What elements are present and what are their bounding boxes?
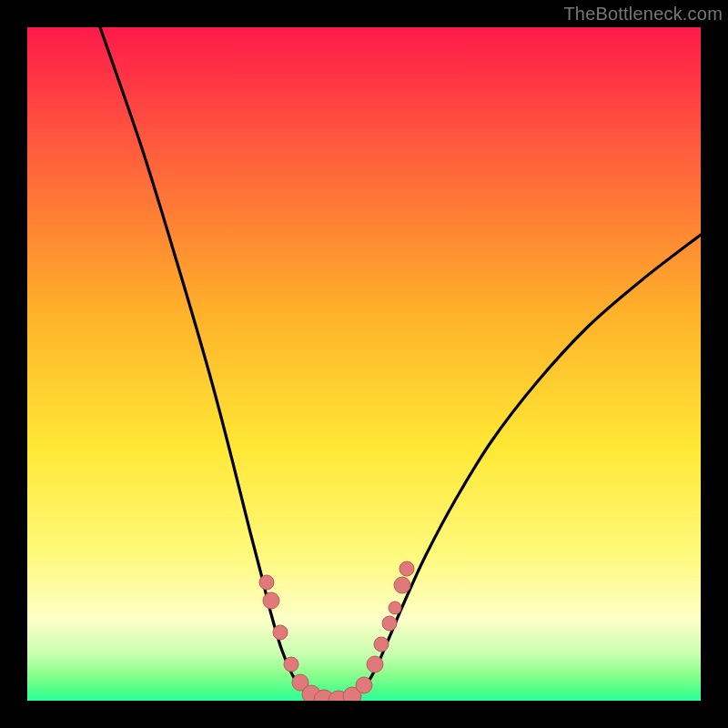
gradient-rect	[27, 27, 701, 701]
chart-frame	[27, 27, 701, 701]
watermark-text: TheBottleneck.com	[563, 4, 723, 25]
gradient-background	[27, 27, 701, 701]
